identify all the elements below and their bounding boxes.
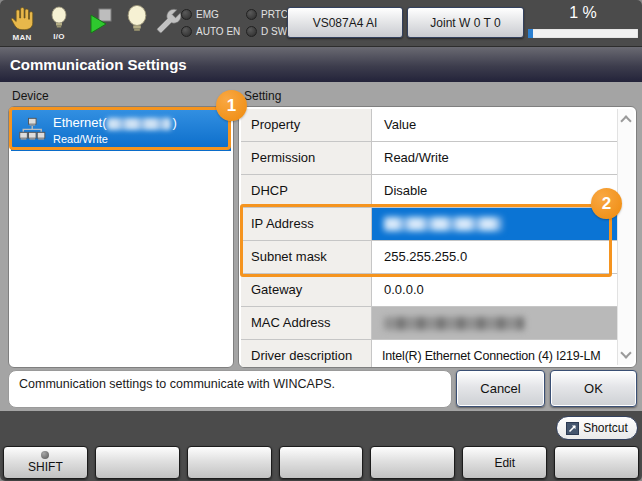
manual-mode-indicator: MAN	[8, 5, 36, 42]
fn-key-edit[interactable]: Edit	[462, 446, 547, 479]
led-d-sw: D SW	[246, 26, 287, 37]
speed-progress-fill	[528, 29, 533, 38]
table-row-gateway[interactable]: Gateway 0.0.0.0	[241, 274, 618, 307]
d-sw-led-icon	[246, 26, 257, 37]
value-cell-disabled	[372, 307, 618, 339]
shortcut-label: Shortcut	[583, 421, 628, 435]
fn-key-5[interactable]	[370, 446, 455, 479]
device-list: Ethernet() Read/Write	[8, 106, 234, 368]
fn-key-7[interactable]	[554, 446, 639, 479]
hand-icon	[8, 5, 36, 35]
table-row-mac-address[interactable]: MAC Address	[241, 307, 618, 340]
fn-key-label: SHIFT	[28, 460, 63, 474]
scroll-down-icon[interactable]	[620, 347, 631, 358]
property-cell: DHCP	[241, 175, 372, 207]
table-header-row: Property Value	[241, 109, 618, 142]
lamp-indicator	[124, 4, 150, 38]
status-message-box: Communication settings to communicate wi…	[8, 370, 452, 408]
callout-2-badge: 2	[591, 188, 622, 219]
maintenance-indicator	[156, 4, 182, 42]
value-cell-selected	[372, 208, 618, 240]
setting-table: Property Value Permission Read/Write DHC…	[241, 109, 618, 368]
table-row-ip-address[interactable]: IP Address	[241, 208, 618, 241]
shift-led-icon	[41, 451, 49, 459]
device-name-prefix: Ethernet(	[53, 115, 106, 130]
wrench-icon	[156, 4, 182, 42]
ip-address-redacted	[384, 217, 502, 231]
fn-key-3[interactable]	[187, 446, 272, 479]
value-cell: 0.0.0.0	[372, 274, 618, 306]
speed-progressbar	[528, 29, 638, 38]
fn-key-label: Edit	[494, 456, 515, 470]
emg-label: EMG	[196, 9, 219, 20]
fn-key-2[interactable]	[95, 446, 180, 479]
value-cell: Intel(R) Ethernet Connection (4) I219-LM	[372, 340, 618, 368]
shortcut-icon	[566, 422, 579, 435]
page-title: Communication Settings	[10, 47, 187, 82]
device-ip-redacted	[107, 118, 171, 130]
cancel-button[interactable]: Cancel	[456, 370, 545, 407]
joint-mode-button[interactable]: Joint W 0 T 0	[407, 7, 524, 38]
auto-en-led-icon	[181, 26, 192, 37]
io-lamp-icon	[48, 6, 70, 34]
value-cell: 255.255.255.0	[372, 241, 618, 273]
fn-key-shift[interactable]: SHIFT	[3, 446, 88, 479]
table-row-permission[interactable]: Permission Read/Write	[241, 142, 618, 175]
table-row-driver-description[interactable]: Driver description Intel(R) Ethernet Con…	[241, 340, 618, 368]
table-row-subnet-mask[interactable]: Subnet mask 255.255.255.0	[241, 241, 618, 274]
property-cell: Gateway	[241, 274, 372, 306]
callout-1-badge: 1	[216, 90, 247, 121]
property-cell: Subnet mask	[241, 241, 372, 273]
fn-key-4[interactable]	[279, 446, 364, 479]
emg-led-icon	[181, 9, 192, 20]
led-auto-en: AUTO EN	[181, 26, 240, 37]
ok-button[interactable]: OK	[550, 370, 637, 407]
man-label: MAN	[12, 33, 31, 42]
shortcut-button[interactable]: Shortcut	[556, 416, 638, 440]
device-name: Ethernet()	[53, 115, 177, 130]
property-cell: Driver description	[241, 340, 372, 368]
led-emg: EMG	[181, 9, 219, 20]
play-stop-icon	[86, 7, 116, 41]
setting-panel-label: Setting	[244, 89, 281, 103]
bottom-bar: Shortcut SHIFT Edit	[0, 411, 642, 481]
device-name-suffix: )	[172, 115, 176, 130]
scroll-up-icon[interactable]	[620, 115, 631, 126]
device-panel-label: Device	[12, 89, 49, 103]
device-item-ethernet[interactable]: Ethernet() Read/Write	[11, 109, 231, 151]
lamp-icon	[124, 4, 150, 38]
setting-scrollbar[interactable]	[617, 109, 634, 365]
io-label: I/O	[53, 32, 65, 41]
pendant-screen: MAN I/O	[0, 0, 642, 481]
property-cell: IP Address	[241, 208, 372, 240]
program-run-indicator	[86, 7, 116, 41]
status-bar: MAN I/O	[0, 0, 642, 46]
auto-en-label: AUTO EN	[196, 26, 240, 37]
mac-address-redacted	[384, 317, 524, 330]
header-value: Value	[372, 109, 618, 141]
header-property: Property	[241, 109, 372, 141]
prtct-led-icon	[246, 9, 257, 20]
io-indicator: I/O	[48, 6, 70, 41]
network-icon	[18, 117, 46, 147]
d-sw-label: D SW	[261, 26, 287, 37]
table-row-dhcp[interactable]: DHCP Disable	[241, 175, 618, 208]
property-cell: MAC Address	[241, 307, 372, 339]
value-cell: Read/Write	[372, 142, 618, 174]
device-permission: Read/Write	[53, 133, 108, 145]
setting-table-container: Property Value Permission Read/Write DHC…	[238, 106, 637, 368]
value-cell: Disable	[372, 175, 618, 207]
title-bar: Communication Settings	[0, 46, 642, 82]
property-cell: Permission	[241, 142, 372, 174]
function-key-row: SHIFT Edit	[3, 446, 639, 479]
robot-type-button[interactable]: VS087A4 AI	[287, 7, 403, 38]
speed-value: 1 %	[530, 4, 636, 22]
